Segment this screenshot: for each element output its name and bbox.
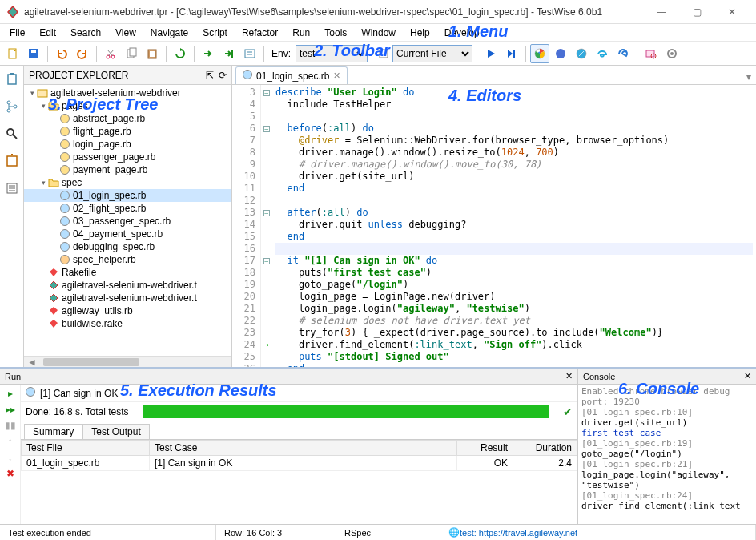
tree-file-buildwise.rake[interactable]: buildwise.rake: [24, 317, 231, 330]
col-duration[interactable]: Duration: [513, 441, 577, 456]
safari-icon[interactable]: [572, 44, 591, 63]
menu-tools[interactable]: Tools: [318, 26, 353, 40]
rerun-all-icon[interactable]: ▸▸: [6, 404, 15, 415]
test-icon: [26, 387, 35, 399]
fold-column[interactable]: −−−−➔: [261, 85, 272, 367]
line-gutter: 3456789101112131415161718192021222324252…: [232, 85, 261, 367]
debug-button[interactable]: [502, 44, 521, 63]
maximize-button[interactable]: ▢: [679, 1, 714, 23]
refresh-button[interactable]: [171, 44, 190, 63]
tree-file-payment_page.rb[interactable]: payment_page.rb: [24, 163, 231, 176]
close-tab-icon[interactable]: ✕: [333, 71, 340, 81]
menu-window[interactable]: Window: [355, 26, 402, 40]
sidebar-clipboard2-icon[interactable]: [3, 152, 21, 170]
env-label: Env:: [271, 48, 291, 59]
tree-file-Rakefile[interactable]: Rakefile: [24, 266, 231, 279]
tree-h-scrollbar[interactable]: ◄: [24, 356, 231, 367]
step-button[interactable]: [199, 44, 218, 63]
menu-file[interactable]: File: [3, 26, 31, 40]
tree-file-passenger_page.rb[interactable]: passenger_page.rb: [24, 151, 231, 163]
menu-help[interactable]: Help: [404, 26, 436, 40]
project-tree[interactable]: ▾agiletravel-selenium-webdriver▾pagesabs…: [24, 85, 231, 356]
run-close-icon[interactable]: ✕: [565, 371, 573, 381]
tree-file-04_payment_spec.rb[interactable]: 04_payment_spec.rb: [24, 228, 231, 240]
tree-file-abstract_page.rb[interactable]: abstract_page.rb: [24, 112, 231, 125]
menu-navigate[interactable]: Navigate: [144, 26, 195, 40]
run-button[interactable]: [481, 44, 501, 63]
tree-file-03_passenger_spec.rb[interactable]: 03_passenger_spec.rb: [24, 215, 231, 228]
paste-button[interactable]: [143, 44, 162, 63]
col-test-case[interactable]: Test Case: [150, 441, 457, 456]
console-body[interactable]: Enabled chrome browser debug port: 19230…: [578, 385, 756, 524]
up-icon[interactable]: ↑: [8, 436, 13, 447]
editor-tab[interactable]: 01_login_spec.rb ✕: [235, 66, 348, 84]
menu-refactor[interactable]: Refactor: [235, 26, 284, 40]
tree-file-agileway_utils.rb[interactable]: agileway_utils.rb: [24, 304, 231, 317]
goto-button[interactable]: [240, 44, 259, 63]
scope-select[interactable]: Current File: [392, 45, 472, 62]
sidebar-list-icon[interactable]: [3, 179, 21, 197]
svg-point-19: [670, 52, 674, 55]
new-file-button[interactable]: [3, 44, 22, 63]
result-tabs: Summary Test Output: [21, 421, 577, 439]
tree-file-debugging_spec.rb[interactable]: debugging_spec.rb: [24, 240, 231, 253]
status-url[interactable]: test: https://travel.agileway.net: [460, 528, 577, 538]
chrome-icon[interactable]: [530, 44, 549, 63]
console-line: login_page.login("agileway", "testwise"): [581, 469, 753, 490]
project-explorer-header: PROJECT EXPLORER ⇱ ⟳: [24, 66, 231, 85]
code-editor[interactable]: 3456789101112131415161718192021222324252…: [232, 85, 756, 367]
cut-button[interactable]: [101, 44, 120, 63]
tab-summary[interactable]: Summary: [24, 424, 82, 439]
svg-point-25: [7, 129, 14, 135]
tab-test-output[interactable]: Test Output: [82, 424, 149, 439]
undo-button[interactable]: [52, 44, 71, 63]
run-done-label: Done: 16.8 s. Total tests: [26, 406, 129, 417]
console-close-icon[interactable]: ✕: [744, 371, 751, 381]
copy-button[interactable]: [122, 44, 141, 63]
console-line: [01_login_spec.rb:24]: [581, 490, 753, 501]
menu-view[interactable]: View: [109, 26, 143, 40]
rerun-icon[interactable]: ▸: [8, 388, 13, 399]
menu-script[interactable]: Script: [196, 26, 234, 40]
close-button[interactable]: ✕: [714, 1, 750, 23]
result-row[interactable]: 01_login_spec.rb[1] Can sign in OKOK2.4: [22, 456, 577, 471]
minimize-button[interactable]: —: [644, 1, 679, 23]
tree-folder-spec[interactable]: ▾spec: [24, 176, 231, 189]
tree-folder-pages[interactable]: ▾pages: [24, 99, 231, 112]
refresh-tree-icon[interactable]: ⟳: [219, 70, 227, 81]
sidebar-clipboard-icon[interactable]: [3, 71, 21, 88]
editor-overflow-icon[interactable]: ▾: [742, 70, 756, 84]
run-panel-title: Run: [5, 372, 21, 381]
run-to-line-button[interactable]: [219, 44, 239, 63]
inspect-button[interactable]: [641, 44, 661, 63]
settings-button[interactable]: [662, 44, 682, 63]
collapse-all-icon[interactable]: ⇱: [206, 70, 214, 81]
pause-icon[interactable]: ▮▮: [5, 420, 16, 431]
down-icon[interactable]: ↓: [8, 452, 13, 463]
tree-root[interactable]: ▾agiletravel-selenium-webdriver: [24, 87, 231, 99]
code-body[interactable]: describe "User Login" do include TestHel…: [272, 85, 756, 367]
env-select[interactable]: test: [296, 45, 368, 62]
stop-icon[interactable]: ✖: [6, 468, 14, 479]
col-result[interactable]: Result: [457, 441, 513, 456]
status-pos: Row: 16 Col: 3: [216, 525, 336, 540]
tree-file-agiletravel-selenium-webdriver.t[interactable]: agiletravel-selenium-webdriver.t: [24, 292, 231, 304]
ie-icon[interactable]: [593, 44, 612, 63]
col-test-file[interactable]: Test File: [22, 441, 150, 456]
tree-file-agiletravel-selenium-webdriver.t[interactable]: agiletravel-selenium-webdriver.t: [24, 279, 231, 292]
redo-button[interactable]: [73, 44, 92, 63]
firefox-icon[interactable]: [551, 44, 570, 63]
tree-file-flight_page.rb[interactable]: flight_page.rb: [24, 125, 231, 138]
tree-file-02_flight_spec.rb[interactable]: 02_flight_spec.rb: [24, 202, 231, 215]
menu-develop[interactable]: Develop: [438, 26, 486, 40]
edge-icon[interactable]: [613, 44, 633, 63]
tree-file-01_login_spec.rb[interactable]: 01_login_spec.rb: [24, 189, 231, 202]
menu-search[interactable]: Search: [64, 26, 107, 40]
sidebar-search-icon[interactable]: [3, 125, 21, 143]
tree-file-spec_helper.rb[interactable]: spec_helper.rb: [24, 253, 231, 266]
menu-run[interactable]: Run: [286, 26, 316, 40]
save-button[interactable]: [24, 44, 43, 63]
sidebar-branches-icon[interactable]: [3, 98, 21, 115]
menu-edit[interactable]: Edit: [33, 26, 62, 40]
tree-file-login_page.rb[interactable]: login_page.rb: [24, 138, 231, 151]
